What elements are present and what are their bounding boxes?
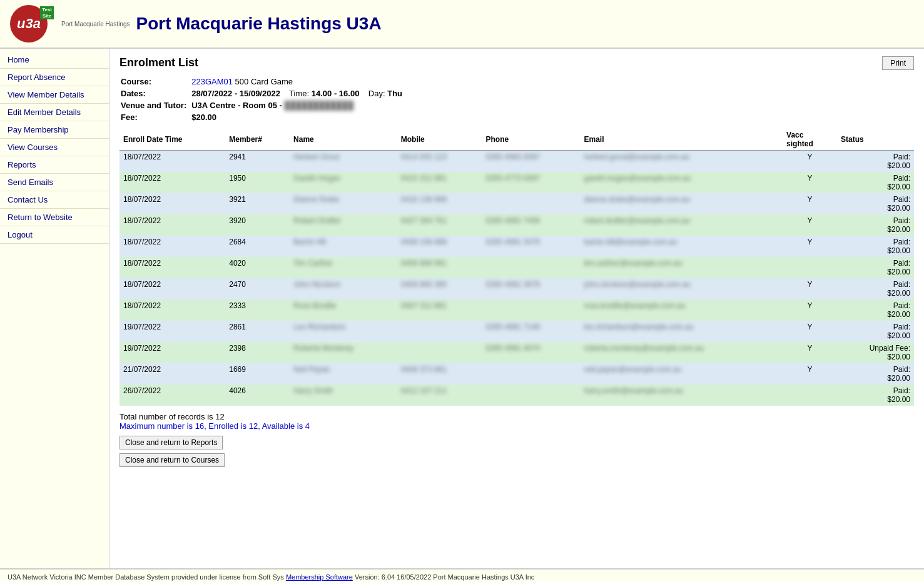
cell-member: 2398 — [225, 342, 290, 363]
cell-mobile — [397, 342, 482, 363]
cell-status: Paid:$20.00 — [837, 172, 914, 193]
enrolled-value: 12 — [249, 421, 258, 431]
cell-email: ross.brodlie@example.com.au — [580, 299, 783, 321]
cell-phone: 0265 4981 4074 — [482, 342, 581, 363]
cell-member: 4026 — [225, 384, 290, 406]
course-code-link[interactable]: 223GAM01 — [191, 77, 233, 86]
table-row: 18/07/20221950Gareth Hogan0415 312 98102… — [119, 172, 914, 193]
cell-name: Les Richardson — [290, 321, 397, 342]
cell-email: herbert.grout@example.com.au — [580, 151, 783, 173]
main-content: Enrolment List Print Course: 223GAM01 50… — [109, 49, 924, 568]
cell-member: 2941 — [225, 151, 290, 173]
cell-phone: 0265 4773 0087 — [482, 172, 581, 193]
sidebar-item-pay-membership[interactable]: Pay Membership — [0, 121, 109, 139]
header: u3a TestSite Port Macquarie Hastings Por… — [0, 0, 924, 49]
cell-date: 18/07/2022 — [119, 172, 225, 193]
sidebar-item-home[interactable]: Home — [0, 51, 109, 69]
cell-date: 18/07/2022 — [119, 278, 225, 299]
close-reports-button[interactable]: Close and return to Reports — [119, 436, 223, 449]
sidebar-item-edit-member-details[interactable]: Edit Member Details — [0, 104, 109, 121]
available-value: 4 — [305, 421, 310, 431]
cell-member: 3921 — [225, 193, 290, 214]
cell-email: barrie.hill@example.com.au — [580, 236, 783, 257]
cell-status: Paid:$20.00 — [837, 278, 914, 299]
sidebar-item-return-to-website[interactable]: Return to Website — [0, 209, 109, 226]
logo-sub-text: Port Macquarie Hastings — [61, 21, 130, 28]
cell-status: Paid:$20.00 — [837, 384, 914, 406]
col-email: Email — [580, 129, 783, 151]
cell-mobile: 0416 138 888 — [397, 193, 482, 214]
cell-email: roberta.monterey@example.com.au — [580, 342, 783, 363]
cell-status: Paid:$20.00 — [837, 193, 914, 214]
cell-member: 2861 — [225, 321, 290, 342]
sidebar-item-send-emails[interactable]: Send Emails — [0, 174, 109, 191]
course-label: Course: — [121, 76, 190, 87]
cell-name: John Nicolson — [290, 278, 397, 299]
sidebar-item-view-member-details[interactable]: View Member Details — [0, 86, 109, 104]
cell-name: Herbert Grout — [290, 151, 397, 173]
available-label: Available is — [262, 421, 303, 431]
cell-phone: 0265 4981 3476 — [482, 236, 581, 257]
cell-date: 19/07/2022 — [119, 321, 225, 342]
col-vacc: Vaccsighted — [783, 129, 837, 151]
print-button[interactable]: Print — [882, 56, 914, 70]
cell-mobile: 0408 373 881 — [397, 363, 482, 384]
total-label: Total number of records is — [119, 412, 213, 421]
cell-member: 4020 — [225, 257, 290, 278]
total-line: Total number of records is 12 — [119, 412, 914, 421]
total-value: 12 — [215, 412, 224, 421]
cell-vacc — [783, 257, 837, 278]
cell-member: 1669 — [225, 363, 290, 384]
footer-text: U3A Network Victoria INC Member Database… — [8, 573, 284, 581]
footer-link[interactable]: Membership Software — [286, 573, 353, 581]
cell-mobile: 0414 555 123 — [397, 151, 482, 173]
sidebar-item-contact-us[interactable]: Contact Us — [0, 191, 109, 209]
table-row: 19/07/20222398Roberta Monterey0265 4981 … — [119, 342, 914, 363]
footer: U3A Network Victoria INC Member Database… — [0, 568, 924, 582]
cell-status: Paid:$20.00 — [837, 151, 914, 173]
cell-phone — [482, 384, 581, 406]
table-row: 18/07/20222941Herbert Grout0414 555 1230… — [119, 151, 914, 173]
col-date: Enroll Date Time — [119, 129, 225, 151]
cell-vacc — [783, 384, 837, 406]
col-status: Status — [837, 129, 914, 151]
cell-vacc: Y — [783, 342, 837, 363]
table-row: 18/07/20223921Dianne Drake0416 138 888di… — [119, 193, 914, 214]
table-row: 19/07/20222861Les Richardson0265 4981 71… — [119, 321, 914, 342]
cell-date: 18/07/2022 — [119, 236, 225, 257]
logo-badge: u3a TestSite — [10, 5, 54, 43]
cell-vacc: Y — [783, 363, 837, 384]
cell-name: Robert Drafter — [290, 214, 397, 236]
cell-name: Tim Carther — [290, 257, 397, 278]
summary: Total number of records is 12 Maximum nu… — [119, 412, 914, 431]
cell-date: 18/07/2022 — [119, 257, 225, 278]
sidebar-item-report-absence[interactable]: Report Absence — [0, 69, 109, 86]
cell-status: Paid:$20.00 — [837, 214, 914, 236]
table-row: 21/07/20221669Neil Pepan0408 373 881neil… — [119, 363, 914, 384]
cell-email: gareth.hogan@example.com.au — [580, 172, 783, 193]
max-label: Maximum number is — [119, 421, 193, 431]
page-title: Enrolment List — [119, 56, 198, 69]
cell-name: Roberta Monterey — [290, 342, 397, 363]
cell-phone: 0265 4983 0097 — [482, 151, 581, 173]
cell-status: Paid:$20.00 — [837, 363, 914, 384]
cell-name: Neil Pepan — [290, 363, 397, 384]
cell-status: Paid:$20.00 — [837, 257, 914, 278]
cell-name: Dianne Drake — [290, 193, 397, 214]
cell-status: Paid:$20.00 — [837, 299, 914, 321]
cell-status: Paid:$20.00 — [837, 321, 914, 342]
cell-date: 19/07/2022 — [119, 342, 225, 363]
cell-phone — [482, 363, 581, 384]
sidebar-item-reports[interactable]: Reports — [0, 156, 109, 174]
cell-date: 18/07/2022 — [119, 214, 225, 236]
cell-status: Unpaid Fee:$20.00 — [837, 342, 914, 363]
cell-mobile: 0427 394 761 — [397, 214, 482, 236]
cell-mobile: 0408 158 888 — [397, 236, 482, 257]
sidebar-item-logout[interactable]: Logout — [0, 226, 109, 244]
table-row: 18/07/20224020Tim Carther0406 888 991tim… — [119, 257, 914, 278]
col-mobile: Mobile — [397, 129, 482, 151]
cell-date: 18/07/2022 — [119, 193, 225, 214]
close-courses-button[interactable]: Close and return to Courses — [119, 453, 225, 467]
sidebar-item-view-courses[interactable]: View Courses — [0, 139, 109, 156]
cell-name: Ross Brodlie — [290, 299, 397, 321]
